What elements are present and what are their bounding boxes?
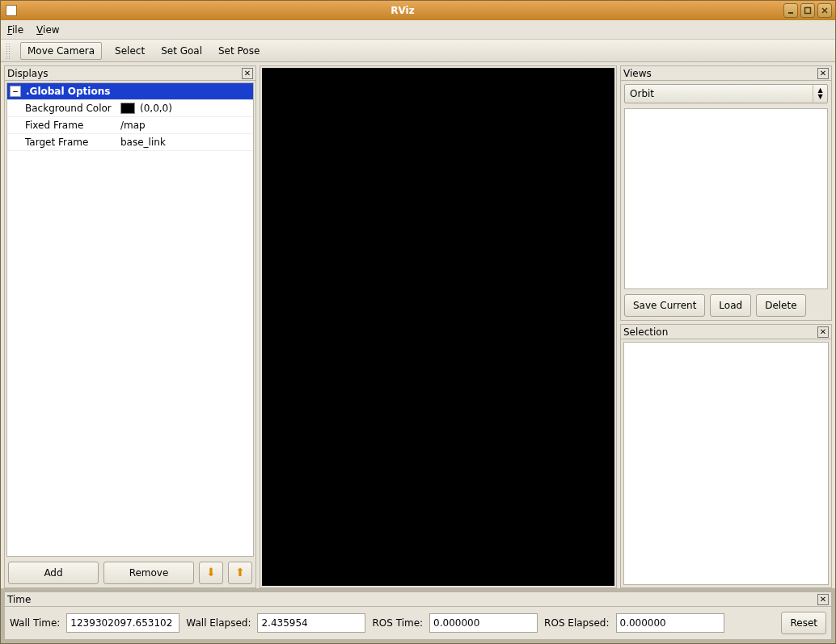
ros-elapsed-input[interactable] (616, 613, 724, 633)
selection-panel: Selection ✕ (620, 324, 832, 588)
menu-file[interactable]: File (7, 24, 23, 36)
toolbar-grip[interactable] (6, 43, 11, 59)
background-color-value: (0,0,0) (140, 103, 172, 114)
tree-collapse-icon[interactable]: − (10, 86, 21, 97)
target-frame-value: base_link (120, 137, 166, 148)
move-camera-button[interactable]: Move Camera (20, 42, 102, 60)
maximize-button[interactable] (800, 3, 815, 18)
fixed-frame-value: /map (120, 120, 146, 131)
wall-time-input[interactable] (66, 613, 179, 633)
render-panel (260, 65, 617, 588)
views-list[interactable] (624, 108, 828, 289)
svg-rect-1 (805, 8, 811, 14)
time-close-icon[interactable]: ✕ (817, 594, 829, 605)
views-panel: Views ✕ Orbit ▲▼ Save Current Load Delet… (620, 65, 832, 321)
wall-elapsed-input[interactable] (257, 613, 365, 633)
selection-close-icon[interactable]: ✕ (817, 326, 829, 338)
select-button[interactable]: Select (112, 43, 148, 59)
window-title: RViz (22, 5, 783, 16)
ros-time-input[interactable] (429, 613, 538, 633)
arrow-down-icon: ⬇ (206, 566, 216, 579)
app-icon (6, 5, 17, 16)
workspace: Displays ✕ − .Global Options Background … (1, 62, 835, 588)
tree-row-fixed-frame[interactable]: Fixed Frame /map (7, 117, 253, 134)
tree-row-target-frame[interactable]: Target Frame base_link (7, 134, 253, 151)
displays-panel: Displays ✕ − .Global Options Background … (4, 65, 256, 588)
app-window: RViz File View Move Camera Select Set Go… (0, 0, 836, 644)
close-button[interactable] (817, 3, 832, 18)
background-color-swatch[interactable] (120, 103, 135, 114)
delete-button[interactable]: Delete (756, 294, 805, 317)
selection-title: Selection (623, 326, 817, 338)
toolbar: Move Camera Select Set Goal Set Pose (1, 40, 835, 62)
view-mode-combo[interactable]: Orbit ▲▼ (624, 84, 828, 103)
titlebar[interactable]: RViz (1, 1, 835, 20)
tree-row-background-color[interactable]: Background Color (0,0,0) (7, 100, 253, 117)
move-up-button[interactable]: ⬆ (228, 562, 252, 584)
save-current-button[interactable]: Save Current (624, 294, 705, 317)
combo-arrows-icon: ▲▼ (813, 85, 827, 103)
wall-elapsed-label: Wall Elapsed: (186, 617, 251, 629)
wall-time-label: Wall Time: (10, 617, 60, 629)
views-title: Views (623, 68, 817, 79)
menubar: File View (1, 20, 835, 40)
tree-root-global-options[interactable]: − .Global Options (7, 83, 253, 100)
set-pose-button[interactable]: Set Pose (215, 43, 263, 59)
views-close-icon[interactable]: ✕ (817, 68, 829, 79)
selection-body[interactable] (623, 342, 829, 585)
load-button[interactable]: Load (710, 294, 751, 317)
view-mode-value: Orbit (625, 85, 813, 103)
render-viewport[interactable] (262, 68, 614, 586)
ros-elapsed-label: ROS Elapsed: (544, 617, 609, 629)
time-panel: Time ✕ Wall Time: Wall Elapsed: ROS Time… (4, 591, 832, 640)
ros-time-label: ROS Time: (372, 617, 423, 629)
time-title: Time (7, 594, 817, 605)
displays-close-icon[interactable]: ✕ (242, 68, 253, 79)
minimize-button[interactable] (783, 3, 798, 18)
set-goal-button[interactable]: Set Goal (158, 43, 205, 59)
displays-title: Displays (7, 68, 242, 79)
move-down-button[interactable]: ⬇ (199, 562, 223, 584)
reset-button[interactable]: Reset (781, 612, 826, 634)
displays-tree[interactable]: − .Global Options Background Color (0,0,… (6, 82, 254, 557)
remove-button[interactable]: Remove (103, 562, 194, 584)
add-button[interactable]: Add (8, 562, 99, 584)
menu-view[interactable]: View (36, 24, 59, 36)
arrow-up-icon: ⬆ (235, 566, 245, 579)
